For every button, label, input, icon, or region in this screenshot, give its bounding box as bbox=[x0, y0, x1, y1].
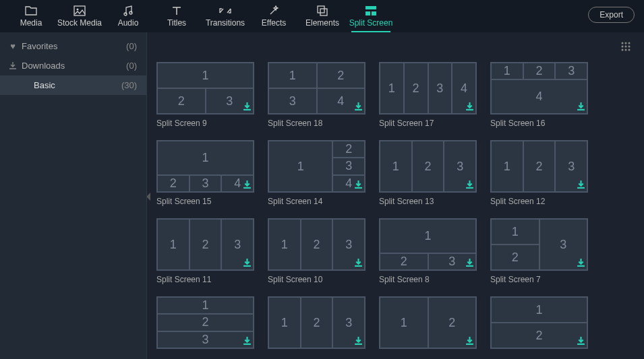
music-icon bbox=[123, 5, 134, 17]
download-icon[interactable] bbox=[354, 336, 363, 346]
template-label: Split Screen 14 bbox=[268, 197, 365, 206]
export-button[interactable]: Export bbox=[588, 7, 635, 23]
tab-stock-media[interactable]: Stock Media bbox=[55, 0, 104, 32]
template-segment: 2 bbox=[332, 141, 365, 158]
tab-media[interactable]: Media bbox=[7, 0, 55, 32]
text-icon bbox=[171, 5, 182, 17]
download-icon[interactable] bbox=[354, 102, 363, 112]
template-segment: 2 bbox=[412, 141, 444, 192]
svg-rect-4 bbox=[318, 6, 324, 13]
template-segment: 1 bbox=[157, 297, 254, 314]
tab-audio[interactable]: Audio bbox=[104, 0, 152, 32]
template-segment: 2 bbox=[189, 219, 222, 270]
template-segment: 1 bbox=[268, 141, 332, 192]
template-card[interactable]: 123 bbox=[268, 296, 365, 353]
download-icon[interactable] bbox=[243, 258, 252, 268]
download-icon[interactable] bbox=[354, 180, 363, 190]
template-card[interactable]: 1234Split Screen 15 bbox=[156, 140, 254, 206]
svg-point-3 bbox=[129, 11, 132, 14]
download-icon[interactable] bbox=[243, 336, 252, 346]
template-thumbnail[interactable]: 123 bbox=[268, 296, 365, 349]
template-thumbnail[interactable]: 1234 bbox=[379, 62, 477, 115]
template-thumbnail[interactable]: 123 bbox=[490, 140, 588, 193]
download-icon[interactable] bbox=[465, 180, 474, 190]
download-icon[interactable] bbox=[243, 180, 252, 190]
template-segment: 3 bbox=[268, 88, 317, 114]
download-icon[interactable] bbox=[577, 180, 585, 190]
template-thumbnail[interactable]: 123 bbox=[156, 218, 254, 271]
svg-rect-5 bbox=[320, 9, 327, 15]
sidebar-item-downloads[interactable]: Downloads (0) bbox=[0, 56, 146, 75]
tab-split-screen[interactable]: Split Screen bbox=[347, 0, 395, 32]
collapse-handle-icon[interactable] bbox=[147, 193, 150, 201]
template-card[interactable]: 123 bbox=[156, 296, 254, 353]
tab-titles[interactable]: Titles bbox=[152, 0, 201, 32]
download-icon[interactable] bbox=[465, 258, 474, 268]
template-thumbnail[interactable]: 123 bbox=[490, 218, 588, 271]
template-segment: 3 bbox=[189, 175, 222, 192]
template-thumbnail[interactable]: 123 bbox=[156, 62, 254, 115]
template-card[interactable]: 123Split Screen 12 bbox=[490, 140, 588, 206]
template-thumbnail[interactable]: 123 bbox=[379, 140, 477, 193]
tab-label: Elements bbox=[305, 18, 339, 28]
template-label: Split Screen 7 bbox=[490, 275, 588, 284]
transitions-icon bbox=[219, 5, 231, 17]
download-icon[interactable] bbox=[577, 336, 585, 346]
template-thumbnail[interactable]: 12 bbox=[490, 296, 588, 349]
tab-label: Stock Media bbox=[57, 18, 102, 28]
template-label: Split Screen 8 bbox=[379, 275, 477, 284]
template-thumbnail[interactable]: 123 bbox=[268, 218, 365, 271]
template-thumbnail[interactable]: 12 bbox=[379, 296, 477, 349]
template-card[interactable]: 123Split Screen 10 bbox=[268, 218, 365, 284]
download-icon[interactable] bbox=[577, 102, 585, 112]
svg-point-11 bbox=[628, 42, 631, 44]
svg-point-13 bbox=[625, 46, 627, 48]
tab-label: Transitions bbox=[206, 18, 245, 28]
sidebar-item-basic[interactable]: Basic (30) bbox=[0, 75, 146, 95]
tab-transitions[interactable]: Transitions bbox=[201, 0, 250, 32]
template-thumbnail[interactable]: 1234 bbox=[268, 140, 365, 193]
folder-icon bbox=[25, 5, 37, 17]
svg-rect-7 bbox=[365, 11, 370, 15]
tab-effects[interactable]: Effects bbox=[250, 0, 298, 32]
grid-view-icon[interactable] bbox=[621, 42, 631, 55]
tab-label: Effects bbox=[262, 18, 286, 28]
template-label: Split Screen 12 bbox=[490, 197, 588, 206]
svg-point-14 bbox=[628, 46, 631, 48]
template-thumbnail[interactable]: 1234 bbox=[156, 140, 254, 193]
template-segment: 1 bbox=[157, 141, 254, 175]
template-segment: 1 bbox=[491, 63, 523, 79]
template-thumbnail[interactable]: 123 bbox=[379, 218, 477, 271]
template-segment: 2 bbox=[523, 63, 556, 79]
template-card[interactable]: 1234Split Screen 14 bbox=[268, 140, 365, 206]
tab-label: Audio bbox=[118, 18, 139, 28]
template-segment: 2 bbox=[491, 244, 539, 270]
template-card[interactable]: 123Split Screen 9 bbox=[156, 62, 254, 128]
download-icon[interactable] bbox=[577, 258, 585, 268]
template-card[interactable]: 1234Split Screen 16 bbox=[490, 62, 588, 128]
template-card[interactable]: 1234Split Screen 18 bbox=[268, 62, 365, 128]
template-card[interactable]: 12 bbox=[490, 296, 588, 353]
template-label: Split Screen 9 bbox=[156, 119, 254, 128]
template-thumbnail[interactable]: 1234 bbox=[268, 62, 365, 115]
template-thumbnail[interactable]: 1234 bbox=[490, 62, 588, 115]
template-card[interactable]: 123Split Screen 8 bbox=[379, 218, 477, 284]
download-icon[interactable] bbox=[465, 336, 474, 346]
template-card[interactable]: 123Split Screen 11 bbox=[156, 218, 254, 284]
template-segment: 1 bbox=[491, 219, 539, 244]
template-card[interactable]: 123Split Screen 13 bbox=[379, 140, 477, 206]
template-card[interactable]: 12 bbox=[379, 296, 477, 353]
download-icon[interactable] bbox=[354, 258, 363, 268]
sidebar-item-favorites[interactable]: ♥ Favorites (0) bbox=[0, 36, 146, 56]
template-thumbnail[interactable]: 123 bbox=[156, 296, 254, 349]
template-card[interactable]: 123Split Screen 7 bbox=[490, 218, 588, 284]
download-icon[interactable] bbox=[465, 102, 474, 112]
sidebar-item-label: Favorites bbox=[22, 41, 57, 51]
template-segment: 3 bbox=[428, 63, 452, 114]
template-card[interactable]: 1234Split Screen 17 bbox=[379, 62, 477, 128]
tab-elements[interactable]: Elements bbox=[298, 0, 347, 32]
svg-point-9 bbox=[622, 42, 624, 44]
template-segment: 2 bbox=[157, 175, 189, 192]
split-screen-icon bbox=[365, 5, 376, 17]
download-icon[interactable] bbox=[243, 102, 252, 112]
